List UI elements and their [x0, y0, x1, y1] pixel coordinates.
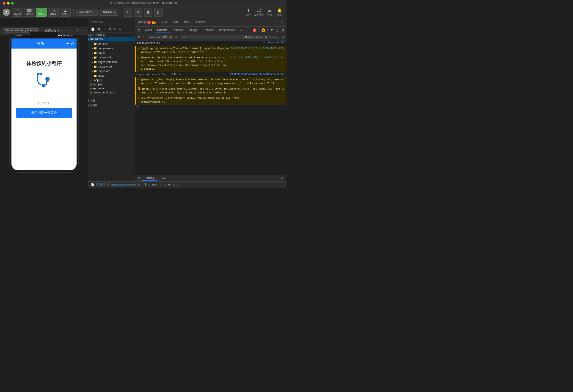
file-app-json[interactable]: {} app.json: [88, 82, 135, 86]
folder-components[interactable]: ▸ 📁 components: [88, 46, 135, 51]
bottom-tab-console[interactable]: Console: [142, 176, 157, 181]
file-project-config[interactable]: {} project.config.json: [88, 90, 135, 95]
console-source-4[interactable]: WAServiceMainContext_616920158v=2.31.0:1: [230, 73, 285, 76]
console-text-4: [system] Launch Time: 1640 ms: [137, 73, 228, 76]
message-button[interactable]: 🔔 消息: [275, 8, 284, 16]
dock-button[interactable]: ⊞: [281, 28, 285, 33]
mode-dropdown[interactable]: 小程序模式 ▾: [76, 9, 98, 16]
console-text-7: [JS 文件编译错误] 以下文件体积超过 500KB，已跳过压缩以及 ES6 转…: [141, 96, 242, 103]
branch-icon: ⑂: [148, 183, 150, 186]
status-close-button[interactable]: ✕: [280, 176, 284, 181]
folder-pages-auth[interactable]: ▸ 📁 pages-auth: [88, 55, 135, 60]
close-button[interactable]: [3, 2, 5, 5]
maximize-button[interactable]: [11, 2, 14, 5]
tab-performance[interactable]: Performance: [217, 28, 237, 33]
mp-weixin-section[interactable]: ▾ MP-WEIXIN: [88, 37, 135, 41]
tab-wxml[interactable]: Wxml: [143, 28, 154, 33]
hidden-count: 1 hidden: [270, 36, 279, 38]
tab-storage[interactable]: Storage: [186, 28, 200, 33]
folder-pages-org[interactable]: ▸ 📁 pages-org: [88, 69, 135, 73]
tab-network[interactable]: Network: [201, 28, 216, 33]
nav-dots-icon[interactable]: •••: [66, 41, 69, 46]
more-file-button[interactable]: 🖱: [117, 27, 122, 31]
bottom-tab-task[interactable]: Task: [159, 176, 169, 180]
wxss-file-icon: ≡: [90, 87, 92, 90]
close-panel-button[interactable]: ✕: [280, 20, 284, 25]
level-select[interactable]: Default levels ▾: [242, 35, 269, 39]
warn-icon-2: ⚠: [138, 47, 139, 50]
real-device-button[interactable]: ⊞: [144, 8, 152, 17]
collapse-panel-button[interactable]: ⌃: [275, 20, 279, 25]
file-app-wxss[interactable]: ≡ app.wxss: [88, 86, 135, 90]
mp-weixin-arrow: ▾: [88, 38, 90, 41]
tab-sources[interactable]: Sources: [171, 28, 185, 33]
compile-dropdown[interactable]: 普通编译 ▾: [99, 9, 118, 16]
phone-login-label: 账户登录: [38, 101, 50, 105]
upload-button[interactable]: ⬆ 上传: [244, 8, 252, 16]
console-source-2[interactable]: devtoolsconfig.js?t=e97c924c4fadd19af:3: [231, 47, 285, 54]
simulator-button[interactable]: 📱 模拟器: [12, 8, 23, 17]
tab-more[interactable]: »: [238, 28, 244, 33]
preview-button[interactable]: 👁: [134, 8, 142, 17]
tab-code-quality[interactable]: 代码质量: [192, 19, 208, 25]
more-options-button[interactable]: ⋮: [275, 28, 280, 33]
visual-button[interactable]: ◫ 可视化: [48, 8, 59, 17]
bottom-bar-page[interactable]: pages-auth/loginPage: [111, 183, 136, 186]
bottom-sections: ▸ 大纲 ▸ 时间线: [88, 98, 135, 108]
console-settings-button[interactable]: ⚙: [281, 35, 285, 39]
console-source-1[interactable]: mainPage.vue:436: [263, 41, 285, 45]
folder-pages[interactable]: ▸ 📁 pages: [88, 51, 135, 55]
inspect-button[interactable]: ⊡: [137, 28, 141, 33]
cloud-button[interactable]: ☁ 云开发: [60, 8, 71, 17]
debug-button[interactable]: ≡ 调试器: [36, 8, 47, 17]
preserve-log-button[interactable]: ⏱: [142, 35, 146, 39]
folder-name-pages-order: pages-order: [98, 65, 113, 68]
phone-login-button[interactable]: 微信绑定一键登录: [16, 108, 72, 118]
tab-terminal[interactable]: 终端: [181, 19, 191, 25]
timeline-section[interactable]: ▸ 时间线: [88, 103, 135, 108]
folder-icon-pages-org: 📁: [93, 70, 97, 73]
window-title: 微信小程序应用 - 微信开发者工具 Stable 1.06.2301160: [110, 1, 177, 5]
refresh-button[interactable]: ↻: [124, 8, 132, 17]
file-explorer-menu[interactable]: ⋯: [129, 20, 132, 24]
outline-section[interactable]: ▸ 大纲: [88, 98, 135, 103]
version-button[interactable]: ⎇ 版本管理: [254, 8, 264, 16]
file-app-js[interactable]: JS app.js: [88, 78, 135, 82]
console-filter-input[interactable]: [180, 35, 241, 39]
detail-button[interactable]: ☰ 详情: [265, 8, 274, 16]
window-controls[interactable]: [3, 2, 14, 5]
expand-arrow[interactable]: ▶: [137, 105, 138, 108]
folder-static[interactable]: ▸ 📁 static: [88, 73, 135, 78]
tab-console[interactable]: Console: [155, 28, 170, 33]
devtools-header-tabs: 问题 输出 终端 代码质量: [159, 19, 208, 25]
clear-console-button[interactable]: ⊘: [137, 35, 141, 39]
copy-button[interactable]: ⊡: [107, 27, 112, 31]
folder-pages-common[interactable]: ▸ 📁 pages-common: [88, 60, 135, 64]
bottom-copy-icon: ⊡: [138, 183, 140, 186]
clear-cache-button[interactable]: 🗑: [154, 8, 162, 17]
new-folder-button[interactable]: 🔍: [96, 27, 102, 31]
console-source-3[interactable]: worker.js?libName=WA_celerateWorker.js:1: [230, 56, 285, 71]
eye-button[interactable]: 👁: [174, 35, 178, 39]
folder-pages-order[interactable]: ▸ 📁 pages-order: [88, 64, 135, 69]
editor-button[interactable]: ⌨ 编辑器: [24, 8, 35, 17]
open-editors-section[interactable]: ▸ 打开的编辑器: [88, 33, 135, 37]
context-select[interactable]: appservice (#2): [148, 35, 173, 39]
settings-button[interactable]: ⚙: [270, 28, 274, 33]
new-file-button[interactable]: 📄: [90, 27, 96, 31]
console-text-3: [Deprecation] SharedArrayBuffer will req…: [141, 56, 228, 71]
rotate-button[interactable]: ↺: [74, 28, 79, 33]
phone-panel: iPhone 12/13 (Pro) 75% 16 ▾ 热重载 关 ▾ ↺ ⋯ …: [0, 18, 88, 188]
bottom-bar-path[interactable]: 页面路径: [96, 183, 106, 186]
minimize-button[interactable]: [7, 2, 10, 5]
folder-common[interactable]: ▸ 📁 common: [88, 41, 135, 46]
nav-circle-icon[interactable]: ⊙: [71, 41, 74, 46]
phone-nav-bar: ‹ 登录 ••• ⊙: [11, 38, 76, 49]
collapse-button[interactable]: ⧆: [113, 27, 116, 31]
git-button[interactable]: ⑂: [103, 27, 107, 31]
tab-output[interactable]: 输出: [170, 19, 180, 25]
device-icon: ⊞: [147, 11, 150, 14]
more-button[interactable]: ⋯: [81, 28, 86, 33]
tab-issues[interactable]: 问题: [159, 19, 169, 25]
file-name-app-js: app.js: [94, 79, 102, 82]
